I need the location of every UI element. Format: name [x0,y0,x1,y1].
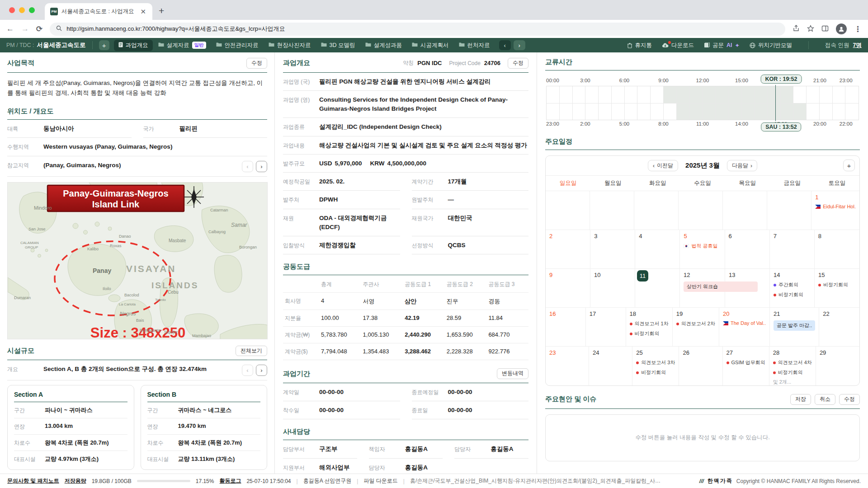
scroll-right-button[interactable]: › [514,40,525,50]
add-tab-button[interactable]: + [99,40,109,50]
calendar-day-cell[interactable]: 19의견보고서 2차 [673,308,719,347]
share-icon[interactable] [793,25,800,33]
add-event-button[interactable]: + [843,160,855,171]
nav-tab-6[interactable]: 설계성과품 [361,40,407,51]
forward-icon[interactable]: → [21,24,29,33]
calendar-day-cell[interactable]: 25의견보고서 3차비정기회의 [632,347,679,385]
tab-close-icon[interactable]: ✕ [139,8,147,16]
calendar-day-cell[interactable]: 14주간회의비정기회의 [770,269,815,308]
calendar-event[interactable]: 의견보고서 4차 [773,359,812,366]
calendar-event[interactable]: 의견보고서 3차 [636,359,675,366]
calendar-day-cell[interactable]: 26 [679,347,722,385]
calendar-day-cell[interactable] [679,191,723,230]
calendar-day-cell[interactable]: 9 [546,269,590,308]
menu-kebab-icon[interactable]: ⋮ [854,24,862,34]
prev-month-button[interactable]: ‹이전달 [648,160,678,171]
calendar-day-cell[interactable]: 27GSIM 업무회의 [723,347,769,385]
calendar-day-cell[interactable]: 29 [816,347,859,385]
calendar-event-banner[interactable]: 공문 발주 마감.. [774,320,815,331]
nav-tab-1[interactable]: 과업개요 [114,40,153,51]
calendar-event-banner[interactable]: 상반기 워크숍 [684,282,758,292]
new-tab-button[interactable]: + [159,5,164,16]
minimize-window-button[interactable] [19,7,25,13]
facility-next-button[interactable]: › [256,365,267,376]
calendar-event[interactable]: Eidul-Fitar Hol. [815,204,856,209]
calendar-event[interactable]: 비정기회의 [630,330,669,337]
calendar-day-cell[interactable]: 22 [819,308,859,347]
calendar-day-cell[interactable]: 8 [815,230,859,269]
issues-save-button[interactable]: 저장 [790,394,811,405]
maximize-window-button[interactable] [29,7,35,13]
scroll-left-button[interactable]: ‹ [499,40,511,50]
side-panel-icon[interactable] [821,25,829,33]
nav-tab-5[interactable]: 3D 모델링 [316,40,360,51]
close-window-button[interactable] [9,7,15,13]
issues-edit-button[interactable]: 수정 [839,394,860,405]
trash-button[interactable]: 휴지통 [627,42,652,49]
calendar-event[interactable]: 비정기회의 [818,282,856,288]
calendar-event[interactable]: 비정기회의 [773,369,812,376]
issues-cancel-button[interactable]: 취소 [815,394,835,405]
calendar-day-cell[interactable]: 1Eidul-Fitar Hol. [811,191,859,230]
download-button[interactable]: 다운로드 [662,42,694,49]
nav-tab-2[interactable]: 설계자료일반 [154,40,211,51]
calendar-day-cell[interactable]: 4 [635,230,680,269]
calendar-day-cell[interactable]: 20The Day of Val.. [719,308,770,347]
activity-log-link[interactable]: 활동로그 [219,477,241,485]
task-edit-button[interactable]: 수정 [508,58,528,69]
calendar-day-cell[interactable]: 23 [546,347,589,385]
location-model-button[interactable]: 위치기반모델 [750,42,792,49]
calendar-day-cell[interactable]: 28의견보고서 4차비정기회의및 2개... [769,347,816,385]
calendar-day-cell[interactable]: 24 [589,347,632,385]
nav-tab-4[interactable]: 현장사진자료 [264,40,316,51]
calendar-day-cell[interactable]: 2 [546,230,590,269]
calendar-day-cell[interactable]: 16 [546,308,586,347]
next-month-button[interactable]: 다음달› [727,160,757,171]
prev-image-button[interactable]: ‹ [242,161,253,172]
nav-tab-7[interactable]: 시공계획서 [407,40,453,51]
nav-tab-8[interactable]: 런처자료 [454,40,495,51]
reload-icon[interactable]: ⟳ [36,24,42,34]
calendar-day-cell[interactable] [546,191,590,230]
calendar-day-cell[interactable] [590,191,634,230]
calendar-event[interactable]: 의견보고서 1차 [630,320,669,327]
calendar-event[interactable]: GSIM 업무회의 [726,359,765,366]
calendar-day-cell[interactable]: 5법적 공휴일 [680,230,725,269]
next-image-button[interactable]: › [256,161,267,172]
calendar-day-cell[interactable] [767,191,811,230]
bookmark-star-icon[interactable] [807,25,814,33]
calendar-event[interactable]: The Day of Val.. [723,320,766,326]
calendar-day-cell[interactable]: 12상반기 워크숍 [680,269,725,308]
calendar-day-cell[interactable]: 7 [770,230,815,269]
period-history-button[interactable]: 변동내역 [497,368,528,379]
calendar-day-cell[interactable]: 10 [590,269,635,308]
online-users[interactable]: 접속 인원 7명 [825,42,862,49]
calendar-day-cell[interactable] [634,191,679,230]
calendar-event[interactable]: 법적 공휴일 [684,243,721,249]
calendar-more-events[interactable]: 및 2개... [773,379,812,385]
calendar-day-cell[interactable]: 3 [590,230,635,269]
calendar-event[interactable]: 비정기회의 [636,369,675,376]
calendar-day-cell[interactable]: 15비정기회의 [815,269,859,308]
location-map[interactable]: Panay-Guimaras-Negros Island Link Size :… [7,182,268,339]
purpose-edit-button[interactable]: 수정 [246,58,267,69]
patch-notes-link[interactable]: 문의사항 및 패치노트 [7,477,59,485]
back-icon[interactable]: ← [6,24,14,33]
browser-tab[interactable]: PM 서울세종고속도로 : 사업개요 ✕ [45,3,152,20]
url-bar[interactable]: http://gsim.hanmaceng.co.kr:7000/highway… [50,23,785,36]
calendar-event[interactable]: 주간회의 [774,282,811,288]
calendar-event[interactable]: 의견보고서 2차 [676,320,715,327]
calendar-day-cell[interactable]: 6 [725,230,770,269]
storage-link[interactable]: 저장용량 [65,477,86,485]
calendar-day-cell[interactable]: 17 [586,308,626,347]
calendar-day-cell[interactable]: 21공문 발주 마감.. [770,308,819,347]
calendar-day-cell[interactable]: 18의견보고서 1차비정기회의 [626,308,673,347]
nav-tab-3[interactable]: 안전관리자료 [212,40,263,51]
official-doc-ai-button[interactable]: 공문 AI ✦ [704,42,740,49]
calendar-day-cell[interactable]: 11 [635,269,680,308]
profile-avatar[interactable] [836,23,847,34]
calendar-event[interactable]: 비정기회의 [774,291,811,298]
facility-prev-button[interactable]: ‹ [242,365,253,376]
issues-placeholder-box[interactable]: 수정 버튼을 눌러 내용을 작성 및 수정 할 수 있습니다. [545,414,860,461]
calendar-day-cell[interactable] [723,191,767,230]
